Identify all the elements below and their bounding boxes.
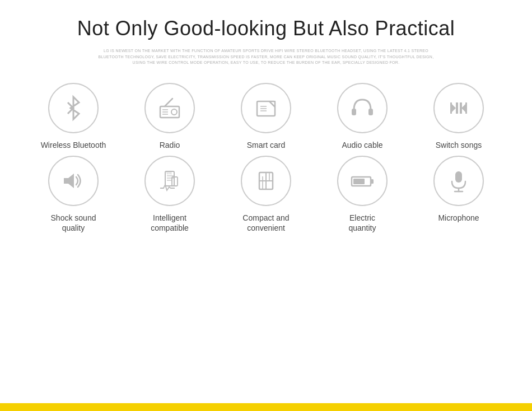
- svg-rect-17: [465, 102, 467, 114]
- radio-icon: [156, 94, 184, 122]
- radio-icon-circle: [144, 83, 195, 133]
- compact-label: Compact andconvenient: [242, 213, 289, 233]
- svg-line-1: [165, 99, 172, 106]
- shock-sound-icon-circle: [48, 156, 99, 206]
- electric-icon: [348, 167, 376, 195]
- feature-radio: Radio: [122, 83, 218, 150]
- wireless-bluetooth-icon-circle: [48, 83, 99, 133]
- intelligent-label: Intelligentcompatible: [151, 213, 189, 233]
- audio-cable-icon: [348, 94, 376, 122]
- svg-text:智能: 智能: [166, 171, 172, 175]
- feature-switch-songs: Switch songs: [410, 83, 507, 150]
- intelligent-icon-circle: 智能: [144, 156, 195, 206]
- svg-rect-32: [353, 179, 365, 184]
- wireless-bluetooth-label: Wireless Bluetooth: [41, 140, 106, 150]
- shock-sound-icon: [59, 167, 87, 195]
- svg-point-5: [171, 109, 177, 115]
- feature-shock-sound: Shock soundquality: [25, 156, 122, 233]
- feature-smart-card: Smart card: [218, 83, 314, 150]
- audio-cable-icon-circle: [337, 83, 388, 133]
- compact-icon: [252, 167, 280, 195]
- subtitle-text: LG IS NEWEST ON THE MARKET WITH THE FUNC…: [98, 48, 434, 66]
- bluetooth-icon: [59, 94, 87, 122]
- smart-card-icon: [252, 94, 280, 122]
- feature-microphone: Microphone: [410, 156, 507, 233]
- audio-cable-label: Audio cable: [342, 140, 382, 150]
- switch-songs-label: Switch songs: [436, 140, 482, 150]
- feature-wireless-bluetooth: Wireless Bluetooth: [25, 83, 122, 150]
- svg-rect-13: [450, 102, 452, 114]
- switch-songs-icon-circle: [433, 83, 484, 133]
- svg-rect-31: [371, 179, 374, 184]
- features-grid: Wireless Bluetooth Radio: [25, 83, 507, 233]
- svg-rect-11: [368, 109, 373, 115]
- main-title: Not Only Good-looking But Also Practical: [77, 17, 455, 40]
- page-wrapper: Not Only Good-looking But Also Practical…: [0, 0, 532, 403]
- shock-sound-label: Shock soundquality: [51, 213, 96, 233]
- yellow-bar: [0, 403, 532, 411]
- electric-label: Electricquantity: [348, 213, 376, 233]
- microphone-icon: [445, 167, 473, 195]
- switch-songs-icon: [445, 94, 473, 122]
- microphone-icon-circle: [433, 156, 484, 206]
- radio-label: Radio: [160, 140, 180, 150]
- smart-card-label: Smart card: [247, 140, 285, 150]
- compact-icon-circle: [241, 156, 291, 206]
- svg-rect-10: [352, 109, 356, 115]
- feature-intelligent: 智能 Intelligentcompatible: [122, 156, 218, 233]
- svg-marker-18: [64, 174, 74, 188]
- feature-compact: Compact andconvenient: [218, 156, 314, 233]
- intelligent-icon: 智能: [156, 167, 184, 195]
- microphone-label: Microphone: [438, 213, 479, 223]
- feature-electric: Electricquantity: [314, 156, 410, 233]
- electric-icon-circle: [337, 156, 388, 206]
- smart-card-icon-circle: [241, 83, 291, 133]
- feature-audio-cable: Audio cable: [314, 83, 410, 150]
- svg-rect-33: [455, 171, 462, 183]
- svg-rect-14: [456, 102, 458, 114]
